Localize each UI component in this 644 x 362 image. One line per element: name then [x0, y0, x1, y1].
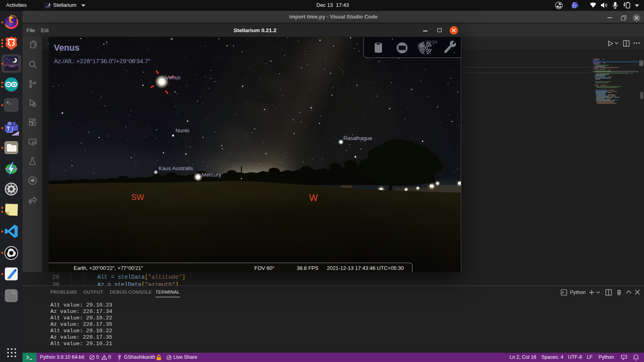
svg-text:T: T: [7, 125, 10, 132]
svg-text:Kaus Australis: Kaus Australis: [159, 165, 193, 171]
svg-text:>_: >_: [6, 101, 12, 105]
svg-text:Venus: Venus: [54, 43, 79, 53]
svg-text:Az./Alt.: +228°17'36.0"/+29°08: Az./Alt.: +228°17'36.0"/+29°08'34.7": [54, 58, 150, 64]
svg-text:SW: SW: [131, 193, 144, 202]
svg-text:Mercury: Mercury: [202, 172, 221, 178]
svg-text:T: T: [572, 4, 574, 8]
svg-text:2021-12-13 17:43:46 UTC+05:30: 2021-12-13 17:43:46 UTC+05:30: [327, 265, 404, 271]
svg-text:38.8 FPS: 38.8 FPS: [297, 265, 319, 271]
svg-text:Earth, +20°00'22", +77°00'21": Earth, +20°00'22", +77°00'21": [74, 265, 143, 271]
svg-text:FOV 60°: FOV 60°: [254, 265, 275, 271]
svg-text:Nunki: Nunki: [175, 128, 190, 134]
svg-text:W: W: [309, 193, 318, 203]
svg-text:Venus: Venus: [165, 74, 181, 80]
svg-text:Rasalhague: Rasalhague: [343, 135, 372, 141]
